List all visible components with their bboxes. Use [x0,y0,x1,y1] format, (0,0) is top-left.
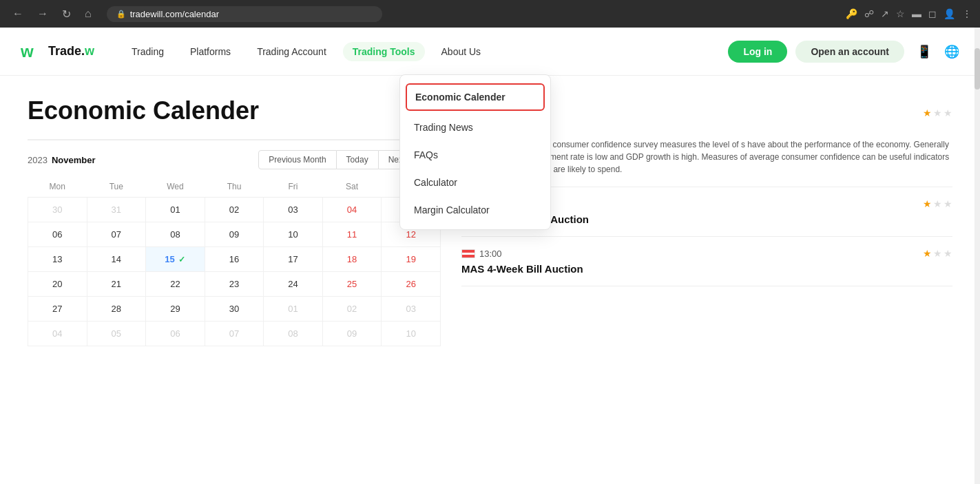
table-row: 20 21 22 23 24 25 26 [28,272,441,297]
nav-forward-button[interactable]: → [33,6,52,21]
table-row: 06 07 08 09 10 11 12 [28,222,441,247]
calendar-cell[interactable]: 07 [87,222,146,247]
star-empty-2: ★ [933,107,942,118]
star-bookmark-icon[interactable]: ☆ [896,8,905,19]
calendar-cell[interactable]: 21 [87,272,146,297]
star-rating: ★ ★ ★ [923,198,952,209]
dropdown-faqs[interactable]: FAQs [400,141,550,169]
calendar-cell[interactable]: 14 [87,247,146,272]
calendar-cell[interactable]: 09 [322,322,382,346]
calendar-cell[interactable]: 30 [205,297,264,322]
col-wed: Wed [146,176,205,198]
nav-trading-account[interactable]: Trading Account [247,42,336,61]
calendar-cell[interactable]: 18 [322,247,382,272]
calendar-cell[interactable]: 04 [28,322,87,346]
calendar-cell[interactable]: 27 [28,297,87,322]
nav-back-button[interactable]: ← [8,6,28,21]
nav-platforms[interactable]: Platforms [180,42,240,61]
nav-home-button[interactable]: ⌂ [81,6,96,21]
event-time: 13:00 [461,249,502,259]
calendar-cell[interactable]: 05 [87,322,146,346]
svg-text:w: w [21,42,34,61]
nav-links: Trading Platforms Trading Account Tradin… [122,42,490,61]
scrollbar[interactable] [974,28,980,367]
check-icon: ✓ [178,255,185,264]
url-text: tradewill.com/calendar [130,9,219,19]
share-icon[interactable]: ↗ [881,8,889,19]
logo-icon: w [21,42,45,61]
nav-about-us[interactable]: About Us [432,42,491,61]
calendar-cell[interactable]: 04 [322,198,382,222]
calendar-cell[interactable]: 02 [322,297,382,322]
calendar-cell[interactable]: 23 [205,272,264,297]
calendar-cell[interactable]: 30 [28,198,87,222]
open-account-button[interactable]: Open an account [795,41,904,63]
nav-trading-tools[interactable]: Trading Tools [343,42,425,61]
dropdown-calculator[interactable]: Calculator [400,169,550,196]
logo[interactable]: w Trade.w [21,42,94,61]
address-bar[interactable]: 🔒 tradewill.com/calendar [107,6,382,22]
dropdown-economic-calendar[interactable]: Economic Calender [406,83,545,111]
scrollbar-thumb[interactable] [974,48,980,90]
calendar-cell[interactable]: 10 [382,322,441,346]
calendar-cell[interactable]: 29 [146,297,205,322]
calendar-cell[interactable]: 08 [146,222,205,247]
menu-icon[interactable]: ⋮ [962,8,972,19]
star-filled-1: ★ [923,107,932,118]
trading-tools-dropdown: Economic Calender Trading News FAQs Calc… [399,74,551,230]
globe-icon[interactable]: 🌐 [944,44,959,59]
dropdown-margin-calculator[interactable]: Margin Calculator [400,196,550,224]
calendar-cell[interactable]: 19 [382,247,441,272]
star-filled-1: ★ [923,198,932,209]
calendar-cell[interactable]: 25 [322,272,382,297]
calendar-cell[interactable]: 16 [205,247,264,272]
calendar-cell[interactable]: 09 [205,222,264,247]
profile-icon[interactable]: 👤 [943,8,955,19]
dropdown-trading-news[interactable]: Trading News [400,114,550,141]
translate-icon[interactable]: ☍ [864,8,874,19]
col-mon: Mon [28,176,87,198]
col-thu: Thu [205,176,264,198]
table-row: 27 28 29 30 01 02 03 [28,297,441,322]
calendar-cell[interactable]: 06 [146,322,205,346]
calendar-cell-today[interactable]: 15 ✓ [146,247,205,272]
calendar-cell[interactable]: 11 [322,222,382,247]
calendar-cell[interactable]: 03 [382,297,441,322]
star-empty-2: ★ [933,248,942,259]
star-empty-3: ★ [943,107,952,118]
calendar-cell[interactable]: 31 [87,198,146,222]
logo-brand: Trade.w [48,44,94,59]
calendar-cell[interactable]: 08 [264,322,323,346]
event-time-row: 13:00 ★ ★ ★ [461,248,952,259]
mobile-icon[interactable]: 📱 [917,44,932,59]
extension-icon[interactable]: ▬ [912,8,921,19]
calendar-cell[interactable]: 20 [28,272,87,297]
today-button[interactable]: Today [337,150,378,169]
calendar-cell[interactable]: 03 [264,198,323,222]
split-screen-icon[interactable]: ◻ [928,8,937,19]
calendar-cell[interactable]: 01 [264,297,323,322]
calendar-cell[interactable]: 26 [382,272,441,297]
flag-icon [461,249,475,258]
calendar-cell[interactable]: 02 [205,198,264,222]
calendar-cell[interactable]: 07 [205,322,264,346]
calendar-cell[interactable]: 24 [264,272,323,297]
calendar-header-row: Mon Tue Wed Thu Fri Sat Sun [28,176,441,198]
key-icon[interactable]: 🔑 [846,8,857,19]
nav-actions: Log in Open an account 📱 🌐 [728,41,959,63]
calendar-section: Economic Calender 2023 November Previous… [28,96,441,346]
nav-reload-button[interactable]: ↻ [58,6,75,22]
nav-trading[interactable]: Trading [122,42,174,61]
calendar-cell[interactable]: 28 [87,297,146,322]
calendar-table: Mon Tue Wed Thu Fri Sat Sun 30 31 01 02 … [28,176,441,346]
calendar-cell[interactable]: 10 [264,222,323,247]
calendar-cell[interactable]: 13 [28,247,87,272]
page-title: Economic Calender [28,96,441,125]
calendar-cell[interactable]: 22 [146,272,205,297]
calendar-month: November [52,155,96,165]
calendar-cell[interactable]: 17 [264,247,323,272]
prev-month-button[interactable]: Previous Month [258,150,336,169]
calendar-cell[interactable]: 06 [28,222,87,247]
calendar-cell[interactable]: 01 [146,198,205,222]
login-button[interactable]: Log in [728,41,787,63]
